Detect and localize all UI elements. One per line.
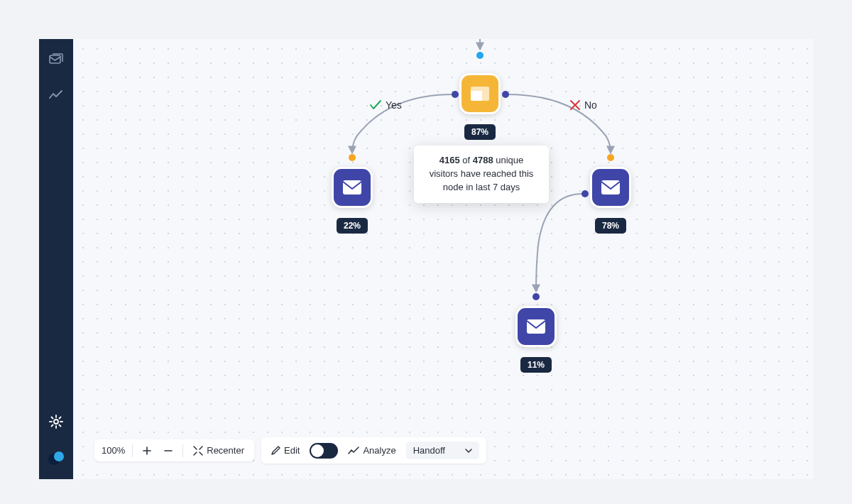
condition-node[interactable]: 87% bbox=[459, 73, 501, 114]
left-entry-dot bbox=[349, 154, 356, 161]
svg-rect-8 bbox=[601, 180, 620, 195]
mail-node-left[interactable]: 22% bbox=[332, 167, 373, 208]
mail-bottom-pct: 11% bbox=[520, 357, 552, 373]
branch-no-label: No bbox=[570, 99, 597, 111]
sidebar-item-mail[interactable] bbox=[48, 52, 64, 67]
edit-button[interactable]: Edit bbox=[268, 444, 302, 457]
svg-point-3 bbox=[54, 451, 64, 461]
svg-rect-9 bbox=[527, 319, 545, 334]
zoom-in-button[interactable] bbox=[140, 445, 154, 456]
right-entry-dot bbox=[607, 154, 614, 161]
analysis-select[interactable]: Handoff bbox=[406, 442, 479, 459]
condition-pct: 87% bbox=[464, 124, 496, 140]
sidebar bbox=[39, 39, 73, 479]
mail-icon bbox=[601, 180, 621, 195]
svg-rect-7 bbox=[343, 180, 361, 195]
branch-yes-label: Yes bbox=[370, 99, 402, 111]
brand-logo bbox=[48, 449, 65, 466]
recenter-button[interactable]: Recenter bbox=[190, 444, 247, 457]
gear-icon bbox=[49, 415, 63, 429]
canvas-toolbar: 100% Recenter Edit Analyze Handoff bbox=[94, 437, 486, 464]
mail-icon bbox=[526, 319, 546, 334]
mail-stack-icon bbox=[49, 53, 63, 66]
zoom-out-button[interactable] bbox=[161, 445, 175, 456]
mail-node-right[interactable]: 78% bbox=[590, 167, 631, 208]
sidebar-item-settings[interactable] bbox=[48, 414, 64, 429]
minus-icon bbox=[164, 447, 173, 455]
analytics-icon bbox=[49, 90, 63, 100]
right-out-dot bbox=[581, 190, 589, 197]
mail-node-bottom[interactable]: 11% bbox=[515, 306, 557, 347]
mode-toggle[interactable] bbox=[310, 443, 338, 459]
branch-right-dot bbox=[502, 91, 509, 98]
caret-down-icon bbox=[465, 449, 472, 453]
entry-dot bbox=[476, 52, 484, 59]
pencil-icon bbox=[271, 446, 280, 455]
node-tooltip: 4165 of 4788 unique visitors have reache… bbox=[414, 146, 549, 203]
analyze-button[interactable]: Analyze bbox=[345, 444, 398, 457]
mail-icon bbox=[342, 180, 362, 195]
plus-icon bbox=[143, 447, 151, 455]
check-icon bbox=[370, 100, 381, 110]
svg-rect-0 bbox=[50, 55, 60, 63]
svg-rect-5 bbox=[471, 87, 489, 91]
flow-canvas[interactable]: 87% Yes No 22% 78% 11% 4165 o bbox=[73, 39, 813, 479]
svg-rect-6 bbox=[482, 91, 489, 101]
bottom-entry-dot bbox=[532, 293, 540, 300]
x-icon bbox=[570, 100, 580, 110]
trend-icon bbox=[348, 447, 359, 455]
layout-icon bbox=[470, 86, 490, 102]
mail-right-pct: 78% bbox=[595, 218, 626, 234]
zoom-level: 100% bbox=[102, 445, 125, 456]
flow-connectors bbox=[73, 39, 813, 479]
sidebar-item-analytics[interactable] bbox=[48, 87, 64, 103]
branch-left-dot bbox=[452, 91, 459, 98]
recenter-icon bbox=[193, 446, 203, 456]
svg-point-1 bbox=[54, 420, 58, 424]
mail-left-pct: 22% bbox=[337, 218, 368, 234]
